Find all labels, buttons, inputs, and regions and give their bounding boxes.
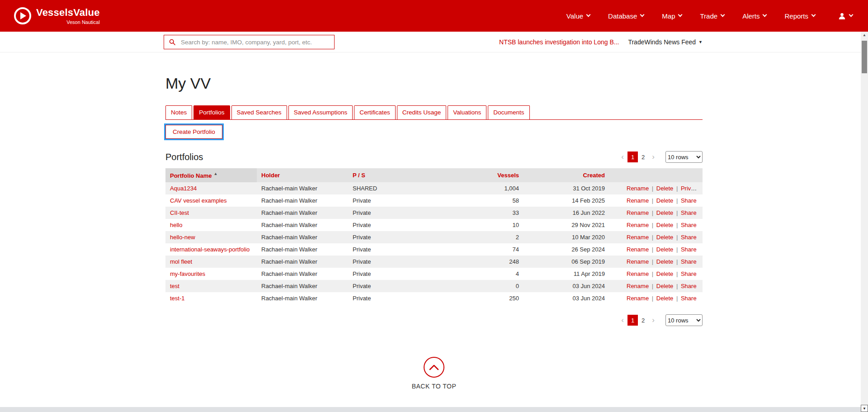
action-separator: | [673, 185, 681, 192]
portfolio-name-cell: international-seaways-portfolio [165, 243, 257, 256]
pagination-prev-button[interactable]: ‹ [618, 315, 627, 326]
vessels-cell: 33 [432, 207, 524, 219]
action-share[interactable]: Share [681, 197, 697, 204]
nav-item-map[interactable]: Map [662, 12, 682, 20]
action-privatise[interactable]: Privatise [681, 185, 703, 192]
column-header-vessels[interactable]: Vessels [432, 168, 524, 182]
tab-saved-searches[interactable]: Saved Searches [231, 105, 287, 119]
chevron-down-icon [678, 13, 683, 17]
portfolio-link[interactable]: test [170, 283, 179, 289]
portfolio-link[interactable]: hello-new [170, 234, 195, 241]
action-delete[interactable]: Delete [656, 258, 674, 265]
pagination-page-2[interactable]: 2 [638, 315, 648, 326]
portfolio-name-cell: hello-new [165, 231, 257, 243]
top-header: VesselsValue Veson Nautical ValueDatabas… [0, 0, 868, 32]
action-rename[interactable]: Rename [627, 283, 649, 289]
action-share[interactable]: Share [681, 246, 697, 253]
pagination-next-button[interactable]: › [648, 152, 658, 162]
back-to-top-button[interactable] [424, 357, 444, 378]
action-rename[interactable]: Rename [627, 246, 649, 253]
portfolio-link[interactable]: CAV vessel examples [170, 197, 226, 204]
ps-cell: Private [348, 207, 432, 219]
vertical-scrollbar[interactable]: ▲ ▼ [861, 32, 868, 412]
user-menu[interactable] [838, 12, 853, 20]
pagination-page-1[interactable]: 1 [627, 152, 638, 162]
ps-cell: Private [348, 194, 432, 207]
rows-per-page-select[interactable]: 10 rows [665, 314, 703, 326]
portfolio-link[interactable]: CII-test [170, 209, 189, 216]
action-share[interactable]: Share [681, 295, 697, 302]
rows-per-page-select[interactable]: 10 rows [665, 151, 703, 163]
action-delete[interactable]: Delete [656, 270, 674, 277]
ps-cell: Private [348, 268, 432, 280]
brand-text: VesselsValue Veson Nautical [36, 7, 100, 25]
action-separator: | [673, 258, 681, 265]
tab-credits-usage[interactable]: Credits Usage [397, 105, 447, 119]
nav-item-database[interactable]: Database [608, 12, 644, 20]
portfolio-link[interactable]: Aqua1234 [170, 185, 197, 192]
action-delete[interactable]: Delete [656, 185, 674, 192]
portfolio-link[interactable]: test-1 [170, 295, 185, 302]
pagination-page-1[interactable]: 1 [627, 315, 638, 326]
portfolio-link[interactable]: mol fleet [170, 258, 192, 265]
action-share[interactable]: Share [681, 234, 697, 241]
ps-cell: Private [348, 231, 432, 243]
pagination-next-button[interactable]: › [648, 315, 658, 326]
nav-item-value[interactable]: Value [566, 12, 590, 20]
create-portfolio-button[interactable]: Create Portfolio [165, 125, 222, 139]
portfolio-link[interactable]: my-favourites [170, 270, 205, 277]
action-rename[interactable]: Rename [627, 197, 649, 204]
vesselsvalue-logo-icon [14, 7, 32, 25]
column-header-holder[interactable]: Holder [257, 168, 348, 182]
created-cell: 14 Feb 2025 [524, 194, 609, 207]
search-input[interactable] [180, 38, 330, 46]
action-delete[interactable]: Delete [656, 197, 674, 204]
scroll-up-arrow-icon[interactable]: ▲ [861, 32, 868, 38]
action-delete[interactable]: Delete [656, 246, 674, 253]
action-share[interactable]: Share [681, 209, 697, 216]
action-rename[interactable]: Rename [627, 185, 649, 192]
action-separator: | [649, 185, 656, 192]
action-delete[interactable]: Delete [656, 222, 674, 228]
action-share[interactable]: Share [681, 258, 697, 265]
pagination-page-2[interactable]: 2 [638, 152, 648, 162]
column-header-created[interactable]: Created [524, 168, 609, 182]
action-separator: | [673, 209, 681, 216]
scrollbar-thumb[interactable] [862, 41, 867, 73]
tab-portfolios[interactable]: Portfolios [193, 105, 230, 119]
column-header-portfolio-name[interactable]: Portfolio Name▲ [165, 168, 257, 182]
action-rename[interactable]: Rename [627, 270, 649, 277]
action-share[interactable]: Share [681, 283, 697, 289]
action-rename[interactable]: Rename [627, 295, 649, 302]
action-delete[interactable]: Delete [656, 283, 674, 289]
tab-saved-assumptions[interactable]: Saved Assumptions [288, 105, 353, 119]
tab-valuations[interactable]: Valuations [448, 105, 486, 119]
action-delete[interactable]: Delete [656, 295, 674, 302]
tab-notes[interactable]: Notes [165, 105, 192, 119]
tab-documents[interactable]: Documents [488, 105, 529, 119]
pagination-prev-button[interactable]: ‹ [618, 152, 627, 162]
section-head: Portfolios ‹12›10 rows [165, 151, 703, 163]
action-delete[interactable]: Delete [656, 209, 674, 216]
news-headline-link[interactable]: NTSB launches investigation into Long B.… [499, 38, 619, 46]
action-rename[interactable]: Rename [627, 234, 649, 241]
nav-item-alerts[interactable]: Alerts [742, 12, 766, 20]
nav-item-label: Trade [700, 12, 717, 20]
action-rename[interactable]: Rename [627, 222, 649, 228]
brand[interactable]: VesselsValue Veson Nautical [14, 7, 100, 25]
column-header-ps[interactable]: P / S [348, 168, 432, 182]
scroll-down-arrow-icon[interactable]: ▼ [861, 405, 868, 412]
nav-item-reports[interactable]: Reports [784, 12, 815, 20]
portfolio-link[interactable]: hello [170, 222, 182, 228]
action-share[interactable]: Share [681, 222, 697, 228]
action-share[interactable]: Share [681, 270, 697, 277]
holder-cell: Rachael-main Walker [257, 182, 348, 194]
action-delete[interactable]: Delete [656, 234, 674, 241]
news-feed-toggle[interactable]: TradeWinds News Feed ▼ [628, 38, 703, 46]
portfolio-link[interactable]: international-seaways-portfolio [170, 246, 250, 253]
tab-certificates[interactable]: Certificates [354, 105, 396, 119]
action-rename[interactable]: Rename [627, 258, 649, 265]
nav-item-trade[interactable]: Trade [700, 12, 724, 20]
created-cell: 10 Mar 2020 [524, 231, 609, 243]
action-rename[interactable]: Rename [627, 209, 649, 216]
